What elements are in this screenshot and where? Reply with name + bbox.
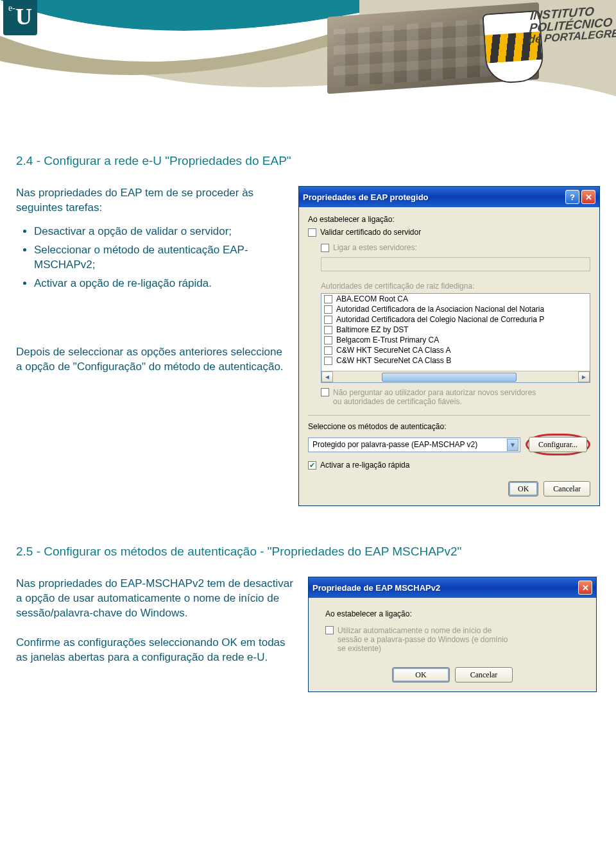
checkbox-auto-windows-creds-label: Utilizar automaticamente o nome de iníci…: [338, 626, 508, 653]
chevron-down-icon: ▼: [507, 439, 518, 451]
section-2-5-title: 2.5 - Configurar os métodos de autentica…: [16, 545, 597, 559]
section-2-4-bullets: Desactivar a opção de validar o servidor…: [34, 225, 286, 291]
ipp-logo: INSTITUTO POLITÉCNICO de PORTALEGRE: [482, 0, 616, 91]
checkbox-fast-reconnect[interactable]: [308, 461, 316, 470]
checkbox-no-prompt-label: Não perguntar ao utilizador para autoriz…: [333, 388, 536, 406]
mschapv2-properties-dialog: Propriedade de EAP MSCHAPv2 ✕ Ao estabel…: [308, 577, 597, 692]
scroll-right-arrow[interactable]: ►: [578, 371, 590, 382]
scroll-left-arrow[interactable]: ◄: [321, 371, 333, 382]
ca-list-item: C&W HKT SecureNet CA Class A: [321, 345, 590, 355]
checkbox-auto-windows-creds[interactable]: [325, 626, 334, 634]
dialog-titlebar[interactable]: Propriedades de EAP protegido ? ✕: [299, 187, 599, 207]
auth-method-select[interactable]: Protegido por palavra-passe (EAP-MSCHAP …: [308, 437, 520, 452]
label-establish-connection: Ao estabelecer a ligação:: [325, 609, 579, 618]
configure-highlight-circle: Configurar...: [526, 434, 590, 455]
cancel-button[interactable]: Cancelar: [543, 481, 590, 496]
ok-button[interactable]: OK: [392, 667, 450, 683]
eu-logo-e: e-: [8, 3, 15, 13]
section-2-4-after: Depois de seleccionar as opções anterior…: [16, 345, 286, 375]
eap-properties-dialog: Propriedades de EAP protegido ? ✕ Ao est…: [298, 186, 600, 506]
label-select-auth-method: Seleccione os métodos de autenticação:: [308, 422, 590, 431]
ok-button[interactable]: OK: [508, 481, 538, 496]
dialog-title: Propriedade de EAP MSCHAPv2: [312, 583, 440, 593]
label-root-ca: Autoridades de certificação de raiz fide…: [321, 282, 590, 291]
bullet-item: Activar a opção de re-ligação rápida.: [34, 276, 286, 291]
ca-list-item: Autoridad Certificadora del Colegio Naci…: [321, 314, 590, 325]
listbox-hscrollbar[interactable]: ◄ ►: [321, 371, 590, 382]
checkbox-fast-reconnect-label: Activar a re-ligação rápida: [320, 461, 409, 470]
checkbox-validate-cert[interactable]: [308, 228, 316, 237]
cancel-button[interactable]: Cancelar: [455, 667, 513, 683]
dialog-title: Propriedades de EAP protegido: [303, 192, 429, 202]
bullet-item: Seleccionar o método de autenticação EAP…: [34, 243, 286, 273]
section-2-5-p1: Nas propriedades do EAP-MSCHAPv2 tem de …: [16, 577, 295, 621]
auth-method-value: Protegido por palavra-passe (EAP-MSCHAP …: [312, 440, 477, 449]
scroll-thumb[interactable]: [382, 373, 517, 382]
servers-input: [321, 257, 590, 271]
checkbox-connect-servers[interactable]: [321, 244, 329, 252]
configure-button[interactable]: Configurar...: [529, 437, 587, 452]
root-ca-listbox[interactable]: ABA.ECOM Root CA Autoridad Certificadora…: [321, 293, 590, 383]
dialog-titlebar[interactable]: Propriedade de EAP MSCHAPv2 ✕: [309, 577, 596, 598]
checkbox-connect-servers-label: Ligar a estes servidores:: [333, 243, 417, 252]
section-2-4-title: 2.4 - Configurar a rede e-U "Propriedade…: [16, 154, 597, 168]
close-button[interactable]: ✕: [578, 581, 592, 595]
checkbox-validate-cert-label: Validar certificado do servidor: [320, 228, 421, 237]
ca-list-item: Belgacom E-Trust Primary CA: [321, 335, 590, 345]
page-header: e-U INSTITUTO POLITÉCNICO de PORTALEGRE: [0, 0, 616, 122]
ca-list-item: Baltimore EZ by DST: [321, 325, 590, 335]
ca-list-item: C&W HKT SecureNet CA Class B: [321, 355, 590, 366]
eu-logo-u: U: [15, 4, 32, 30]
checkbox-no-prompt[interactable]: [321, 388, 329, 396]
close-button[interactable]: ✕: [581, 190, 595, 204]
section-2-4-intro: Nas propriedades do EAP tem de se proced…: [16, 186, 286, 216]
ca-list-item: Autoridad Certificadora de la Asociacion…: [321, 304, 590, 314]
ca-list-item: ABA.ECOM Root CA: [321, 294, 590, 304]
eu-logo: e-U: [3, 0, 37, 35]
label-establish-connection: Ao estabelecer a ligação:: [308, 215, 590, 224]
help-button[interactable]: ?: [565, 190, 579, 204]
bullet-item: Desactivar a opção de validar o servidor…: [34, 225, 286, 239]
ipp-logo-text: INSTITUTO POLITÉCNICO de PORTALEGRE: [528, 3, 616, 45]
section-2-5-p2: Confirme as configurações seleccionando …: [16, 636, 295, 665]
